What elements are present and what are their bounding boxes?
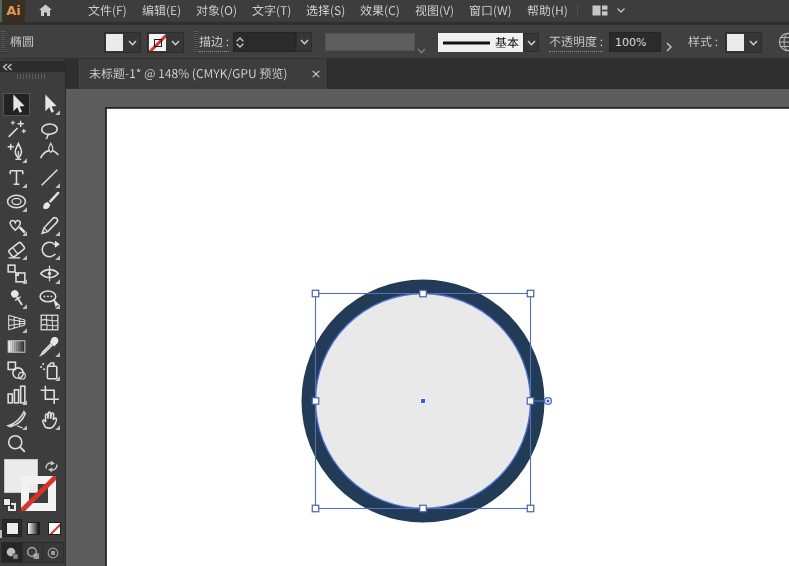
tool-blend[interactable]	[3, 359, 30, 382]
style-label[interactable]	[688, 34, 718, 50]
tool-scale[interactable]	[3, 262, 30, 285]
pen-tool-icon	[4, 140, 29, 165]
menu-window[interactable]	[469, 0, 512, 22]
tool-paintbrush[interactable]	[36, 190, 63, 213]
tool-eyedropper[interactable]	[36, 335, 63, 358]
color-swatch-icon	[6, 522, 19, 535]
tool-puppet-warp[interactable]	[3, 287, 30, 310]
fill-color-dropdown-button[interactable]	[124, 33, 140, 52]
menu-view[interactable]	[415, 0, 454, 22]
opacity-dropdown-arrow[interactable]	[666, 37, 672, 56]
tool-magic-wand[interactable]	[3, 117, 30, 140]
stroke-weight-label[interactable]	[199, 34, 229, 52]
stepper-down-icon	[236, 43, 244, 48]
selection-tool-icon	[4, 92, 29, 117]
mesh-tool-icon	[37, 310, 62, 335]
tool-type[interactable]	[3, 166, 30, 189]
canvas-area	[66, 89, 789, 566]
default-fill-stroke-icon[interactable]	[3, 498, 16, 511]
document-tab-title	[89, 66, 287, 82]
workspace-grid-icon	[592, 4, 608, 17]
brush-definition-dropdown[interactable]	[438, 33, 523, 52]
paint-none-button[interactable]	[44, 519, 64, 537]
center-point-widget[interactable]	[421, 399, 426, 404]
tool-gradient[interactable]	[3, 335, 30, 358]
stroke-weight-field[interactable]	[233, 32, 296, 52]
paint-color-button[interactable]	[2, 519, 22, 537]
tool-curvature[interactable]	[36, 141, 63, 164]
menu-type[interactable]	[252, 0, 291, 22]
stroke-color-swatch[interactable]	[149, 34, 166, 51]
tool-rotate[interactable]	[36, 238, 63, 261]
control-bar-grip-middle[interactable]	[194, 31, 198, 53]
menu-effect[interactable]	[360, 0, 400, 22]
gradient-swatch-icon	[27, 522, 40, 535]
tool-lasso[interactable]	[36, 117, 63, 140]
tool-symbol-sprayer[interactable]	[36, 359, 63, 382]
panel-drag-handle[interactable]	[17, 74, 47, 79]
swap-fill-stroke-icon[interactable]	[44, 458, 59, 477]
tool-ellipse[interactable]	[3, 190, 30, 213]
document-tab[interactable]: ×	[77, 59, 328, 89]
menu-help[interactable]	[527, 0, 568, 22]
opacity-field[interactable]: 100%	[609, 32, 661, 52]
chevron-down-icon	[128, 40, 137, 46]
stroke-proxy-swatch[interactable]	[21, 476, 56, 511]
lasso-tool-icon	[37, 116, 62, 141]
tool-selection[interactable]	[3, 93, 30, 116]
tool-pen[interactable]	[3, 141, 30, 164]
tool-width[interactable]	[36, 262, 63, 285]
tab-close-button[interactable]: ×	[308, 66, 324, 82]
tool-shape-builder[interactable]	[36, 287, 63, 310]
fill-color-swatch[interactable]	[106, 34, 123, 51]
control-bar-grip-left[interactable]	[1, 31, 5, 53]
tool-column-graph[interactable]	[3, 383, 30, 406]
draw-behind-icon	[26, 546, 40, 560]
tool-shaper[interactable]	[3, 214, 30, 237]
column-graph-tool-icon	[4, 382, 29, 407]
draw-inside-icon	[46, 546, 60, 560]
tool-hand[interactable]	[36, 408, 63, 431]
tool-artboard[interactable]	[36, 383, 63, 406]
stroke-weight-stepper[interactable]	[234, 33, 247, 51]
none-slash-icon	[48, 522, 61, 535]
draw-normal-button[interactable]	[2, 543, 23, 562]
style-dropdown-button[interactable]	[745, 33, 761, 52]
tool-direct-selection[interactable]	[36, 93, 63, 116]
eyedropper-tool-icon	[37, 334, 62, 359]
menu-separator	[577, 4, 578, 17]
menu-items	[88, 0, 568, 22]
tools-panel-header	[0, 61, 66, 72]
tool-line[interactable]	[36, 166, 63, 189]
menu-file[interactable]	[88, 0, 127, 22]
home-icon[interactable]	[38, 3, 53, 22]
collapse-panel-icon[interactable]	[2, 63, 13, 71]
brush-definition-dropdown-button[interactable]	[523, 33, 539, 52]
opacity-label[interactable]	[549, 34, 603, 52]
tool-pencil[interactable]	[36, 214, 63, 237]
draw-inside-button[interactable]	[43, 543, 63, 562]
style-control	[725, 32, 762, 53]
menu-object[interactable]	[196, 0, 237, 22]
paint-gradient-button[interactable]	[23, 519, 43, 537]
stroke-weight-dropdown-button[interactable]	[296, 32, 312, 52]
ellipse-tool-icon	[4, 189, 29, 214]
tool-slice[interactable]	[3, 408, 30, 431]
menu-select[interactable]	[306, 0, 345, 22]
tool-eraser[interactable]	[3, 238, 30, 261]
opacity-value: 100%	[615, 36, 646, 49]
paintbrush-tool-icon	[37, 189, 62, 214]
tool-mesh[interactable]	[36, 311, 63, 334]
gradient-tool-icon	[4, 334, 29, 359]
style-swatch[interactable]	[727, 34, 744, 51]
document-tab-bar: ×	[66, 59, 789, 89]
menu-bar: Ai	[0, 0, 789, 22]
stroke-color-dropdown-button[interactable]	[167, 33, 183, 52]
draw-behind-button[interactable]	[23, 543, 44, 562]
workspace-switcher[interactable]	[592, 4, 625, 17]
tool-perspective-grid[interactable]	[3, 311, 30, 334]
menu-edit[interactable]	[142, 0, 181, 22]
tool-zoom[interactable]	[3, 432, 30, 455]
recolor-artwork-button[interactable]	[778, 32, 789, 56]
live-shape-rotate-handle-dot	[547, 400, 550, 403]
